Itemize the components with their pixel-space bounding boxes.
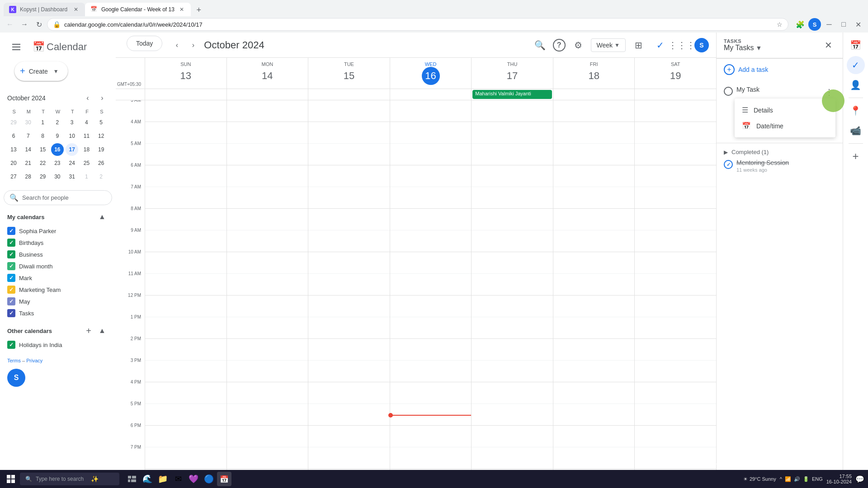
extensions-button[interactable]: 🧩	[794, 18, 807, 31]
side-icon-contacts[interactable]: 👤	[847, 76, 865, 94]
cal-sun-num[interactable]: 13	[177, 67, 195, 85]
reload-button[interactable]: ↻	[33, 18, 45, 31]
mini-cal-day[interactable]: 24	[66, 157, 78, 169]
topbar-profile-avatar[interactable]: S	[694, 38, 709, 52]
completed-header[interactable]: ▶ Completed (1)	[724, 149, 835, 155]
network-icon[interactable]: 📶	[785, 476, 791, 482]
mini-cal-day[interactable]: 26	[95, 157, 108, 169]
mini-cal-day[interactable]: 20	[7, 157, 20, 169]
cal-event-thu[interactable]: Maharishi Valmiki Jayanti	[471, 89, 553, 100]
cal-sat-num[interactable]: 19	[666, 67, 684, 85]
cal-fri-num[interactable]: 18	[585, 67, 603, 85]
taskbar-clock[interactable]: 17:55 16-10-2024	[826, 474, 852, 484]
forward-button[interactable]: →	[18, 18, 31, 31]
today-button[interactable]: Today	[127, 36, 162, 51]
calendar-holidays[interactable]: ✓ Holidays in India	[4, 339, 112, 351]
start-button[interactable]	[4, 472, 18, 486]
edge-button[interactable]: 🌊	[140, 472, 155, 486]
calendar-marketing[interactable]: ✓ Marketing Team	[4, 284, 112, 296]
mini-cal-day[interactable]: 31	[66, 170, 78, 183]
mini-cal-day-today[interactable]: 16	[51, 143, 64, 156]
my-calendars-toggle[interactable]: ▲	[96, 211, 108, 223]
cal-col-sat[interactable]	[634, 100, 716, 488]
address-bar[interactable]: 🔒 calendar.google.com/calendar/u/0/r/wee…	[47, 18, 788, 31]
apps-button[interactable]: ⋮⋮⋮	[673, 36, 691, 54]
cal-col-mon[interactable]	[226, 100, 308, 488]
cal-mon-num[interactable]: 14	[258, 67, 276, 85]
explorer-button[interactable]: 📁	[156, 472, 170, 486]
mini-cal-day[interactable]: 4	[80, 116, 93, 129]
mini-cal-prev[interactable]: ‹	[81, 92, 94, 104]
teams-button[interactable]: 💜	[186, 472, 201, 486]
mini-cal-day[interactable]: 30	[22, 116, 34, 129]
mini-cal-day[interactable]: 15	[37, 143, 49, 156]
calendar-tasks[interactable]: ✓ Tasks	[4, 307, 112, 319]
cal-col-sun[interactable]	[145, 100, 226, 488]
side-icon-calendar[interactable]: 📅	[847, 36, 865, 54]
mini-cal-day[interactable]: 8	[37, 130, 49, 142]
tasks-list-name[interactable]: My Tasks ▼	[724, 44, 762, 52]
mail-button[interactable]: ✉	[171, 472, 185, 486]
tab-gcal[interactable]: 📅 Google Calendar - Week of 13 ✕	[85, 3, 191, 16]
mini-cal-day[interactable]: 13	[7, 143, 20, 156]
task-menu-details[interactable]: ☰ Details	[735, 102, 835, 118]
battery-icon[interactable]: 🔋	[803, 476, 809, 482]
cal-col-thu[interactable]	[471, 100, 553, 488]
mini-cal-day[interactable]: 22	[37, 157, 49, 169]
mini-cal-day[interactable]: 11	[80, 130, 93, 142]
close-button[interactable]: ✕	[852, 18, 864, 31]
mini-cal-day[interactable]: 25	[80, 157, 93, 169]
side-icon-add[interactable]: +	[847, 147, 865, 165]
mini-cal-day[interactable]: 19	[95, 143, 108, 156]
user-avatar[interactable]: S	[7, 369, 25, 387]
minimize-button[interactable]: ─	[823, 18, 835, 31]
mini-cal-day[interactable]: 2	[51, 116, 64, 129]
side-icon-tasks[interactable]: ✓	[847, 56, 865, 74]
terms-link[interactable]: Terms	[7, 358, 21, 363]
task-complete-button[interactable]	[724, 87, 733, 96]
other-calendars-toggle[interactable]: ▲	[96, 324, 108, 337]
tab-kopyst[interactable]: K Kopyst | Dashboard ✕	[4, 3, 85, 16]
task-menu-datetime[interactable]: 📅 Date/time	[735, 118, 835, 134]
mini-cal-day[interactable]: 29	[37, 170, 49, 183]
mini-cal-day-selected[interactable]: 17	[66, 143, 78, 156]
calendar-mark[interactable]: ✓ Mark	[4, 272, 112, 284]
next-week-button[interactable]: ›	[186, 38, 200, 52]
add-calendar-button[interactable]: +	[82, 324, 95, 337]
tab-close-gcal[interactable]: ✕	[178, 6, 185, 13]
mini-cal-day[interactable]: 1	[37, 116, 49, 129]
taskview-button[interactable]	[125, 472, 139, 486]
chevron-up-icon[interactable]: ^	[780, 476, 782, 482]
mini-cal-day[interactable]: 1	[80, 170, 93, 183]
search-button[interactable]: 🔍	[531, 36, 549, 54]
cal-col-tue[interactable]	[308, 100, 390, 488]
view-selector[interactable]: Week ▼	[591, 38, 626, 52]
mini-cal-day[interactable]: 23	[51, 157, 64, 169]
search-people[interactable]: 🔍 Search for people	[4, 190, 112, 205]
mini-cal-day[interactable]: 28	[22, 170, 34, 183]
create-button[interactable]: + Create ▼	[14, 61, 68, 81]
side-icon-maps[interactable]: 📍	[847, 102, 865, 120]
mini-cal-day[interactable]: 21	[22, 157, 34, 169]
privacy-link[interactable]: Privacy	[26, 358, 42, 363]
star-icon[interactable]: ☆	[777, 21, 783, 28]
mini-cal-day[interactable]: 3	[66, 116, 78, 129]
cal-col-fri[interactable]	[553, 100, 635, 488]
mini-cal-day[interactable]: 2	[95, 170, 108, 183]
holiday-event[interactable]: Maharishi Valmiki Jayanti	[472, 90, 552, 99]
mini-cal-day[interactable]: 12	[95, 130, 108, 142]
profile-button[interactable]: S	[808, 18, 821, 31]
calendar-business[interactable]: ✓ Business	[4, 249, 112, 260]
mini-cal-day[interactable]: 5	[95, 116, 108, 129]
side-icon-meet[interactable]: 📹	[847, 122, 865, 140]
new-tab-button[interactable]: +	[193, 4, 205, 16]
mini-cal-day[interactable]: 7	[22, 130, 34, 142]
help-button[interactable]: ?	[553, 39, 566, 52]
volume-icon[interactable]: 🔊	[794, 476, 800, 482]
calendar-diwali[interactable]: ✓ Diwali month	[4, 260, 112, 272]
grid-view-button[interactable]: ⊞	[629, 36, 647, 54]
mini-cal-day[interactable]: 18	[80, 143, 93, 156]
mini-cal-day[interactable]: 27	[7, 170, 20, 183]
taskbar-search[interactable]: 🔍 Type here to search ✨	[20, 473, 119, 485]
back-button[interactable]: ←	[4, 18, 16, 31]
